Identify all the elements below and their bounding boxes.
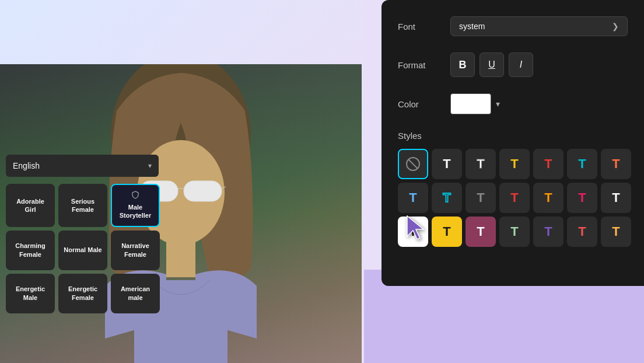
voice-item-adorable-girl[interactable]: Adorable Girl (6, 184, 55, 227)
voice-item-american-male[interactable]: American male (111, 274, 160, 313)
shield-voice-icon (131, 191, 139, 203)
language-label: English (13, 161, 40, 170)
font-dropdown[interactable]: system ❯ (450, 16, 628, 36)
voice-name: Narrative Female (116, 242, 155, 259)
voice-name: Serious Female (63, 197, 103, 214)
style-item-s2[interactable]: T (466, 149, 496, 179)
font-row: Font system ❯ (398, 16, 628, 36)
format-row: Format B U I (398, 53, 628, 77)
svg-rect-7 (166, 242, 195, 277)
voice-name: Energetic Male (10, 285, 50, 302)
color-row: Color ▾ (398, 93, 628, 114)
voice-item-narrative-female[interactable]: Narrative Female (111, 231, 160, 270)
voice-name: Normal Male (64, 246, 102, 254)
color-label: Color (398, 99, 450, 109)
voice-item-charming-female[interactable]: Charming Female (6, 231, 55, 270)
font-value: system (459, 22, 485, 31)
voice-name: Energetic Female (63, 285, 103, 302)
right-panel: Font system ❯ Format B U I Color ▾ (382, 0, 644, 286)
style-item-s1[interactable]: T (432, 149, 462, 179)
underline-button[interactable]: U (480, 53, 504, 77)
font-chevron-icon: ❯ (612, 22, 619, 31)
bold-button[interactable]: B (450, 53, 475, 77)
style-item-s19[interactable]: T (567, 217, 597, 247)
styles-grid: TTTTTTTTTTTTTTTTTTTT (398, 149, 628, 247)
font-label: Font (398, 22, 450, 32)
style-item-s4[interactable]: T (533, 149, 564, 179)
style-item-s13[interactable]: T (601, 183, 631, 213)
voice-name: Adorable Girl (10, 197, 50, 214)
styles-section: Styles TTTTTTTTTTTTTTTTTTTT (398, 131, 628, 247)
voice-item-energetic-female[interactable]: Energetic Female (58, 274, 107, 313)
style-item-s11[interactable]: T (533, 183, 564, 213)
format-control: B U I (450, 53, 628, 77)
language-dropdown[interactable]: English ▾ (6, 155, 159, 177)
language-chevron-icon: ▾ (148, 162, 152, 170)
svg-rect-3 (184, 181, 222, 201)
voice-item-serious-female[interactable]: Serious Female (58, 184, 107, 227)
bg-top-left (0, 0, 362, 67)
voice-name: Charming Female (10, 242, 50, 259)
style-item-s6[interactable]: T (601, 149, 631, 179)
style-item-s20[interactable]: T (601, 217, 631, 247)
style-item-s15[interactable]: T (432, 217, 462, 247)
style-item-s16[interactable]: T (466, 217, 496, 247)
style-item-s5[interactable]: T (567, 149, 597, 179)
style-item-s10[interactable]: T (499, 183, 530, 213)
styles-label: Styles (398, 131, 628, 141)
voice-name: American male (116, 285, 155, 302)
voice-item-male-storyteller[interactable]: Male Storyteller (111, 184, 160, 227)
style-item-s9[interactable]: T (466, 183, 496, 213)
format-label: Format (398, 60, 450, 70)
voice-grid: Adorable GirlSerious Female Male Storyte… (6, 184, 160, 313)
style-item-s12[interactable]: T (567, 183, 597, 213)
color-picker-row: ▾ (450, 93, 500, 114)
color-chevron-icon[interactable]: ▾ (496, 99, 500, 109)
style-item-none[interactable] (398, 149, 428, 179)
format-buttons: B U I (450, 53, 533, 77)
svg-line-10 (408, 159, 418, 169)
voice-name: Male Storyteller (116, 203, 155, 220)
svg-marker-11 (407, 216, 424, 239)
style-item-s8[interactable]: T (432, 183, 462, 213)
italic-button[interactable]: I (509, 53, 533, 77)
style-item-s17[interactable]: T (499, 217, 530, 247)
voice-item-energetic-male[interactable]: Energetic Male (6, 274, 55, 313)
left-panel: English ▾ Adorable GirlSerious Female Ma… (0, 64, 162, 363)
style-item-s3[interactable]: T (499, 149, 530, 179)
style-item-s18[interactable]: T (533, 217, 564, 247)
color-swatch[interactable] (450, 93, 491, 114)
font-control: system ❯ (450, 16, 628, 36)
color-control: ▾ (450, 93, 628, 114)
voice-item-normal-male[interactable]: Normal Male (58, 231, 107, 270)
style-item-s7[interactable]: T (398, 183, 428, 213)
